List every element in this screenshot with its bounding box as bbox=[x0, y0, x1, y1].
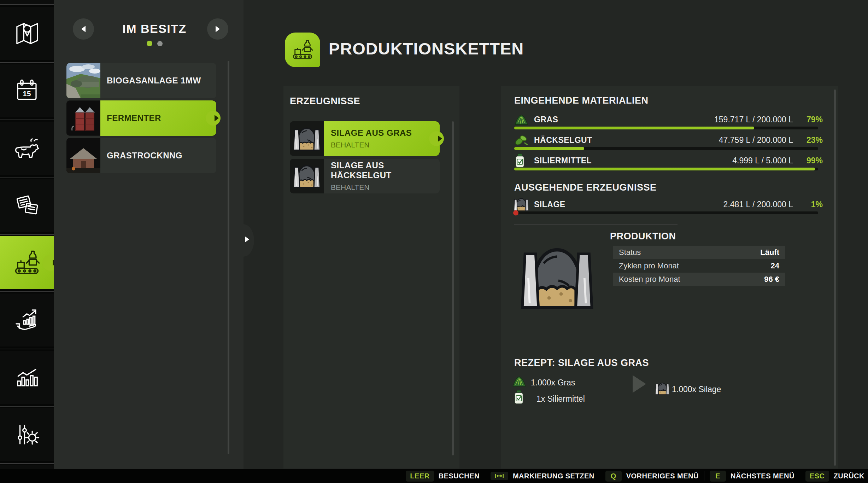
material-percent: 79% bbox=[793, 115, 823, 124]
owned-item-biogasanlage[interactable]: BIOGASANLAGE 1MW bbox=[66, 63, 216, 98]
products-scrollbar[interactable] bbox=[452, 121, 454, 455]
product-item-silage-aus-gras[interactable]: SILAGE AUS GRAS BEHALTEN bbox=[290, 121, 440, 156]
map-icon bbox=[13, 20, 41, 47]
sidebar-item-settings[interactable] bbox=[0, 408, 54, 461]
owned-item-label: BIOGASANLAGE 1MW bbox=[107, 76, 201, 86]
chevron-right-icon bbox=[216, 26, 220, 32]
recipe-output-text: 1.000x Silage bbox=[672, 385, 721, 394]
material-percent: 99% bbox=[793, 156, 823, 165]
hotkey-visit[interactable]: LEER BESUCHEN bbox=[406, 471, 480, 482]
barn-thumbnail bbox=[66, 138, 100, 173]
hotkey-bar: LEER BESUCHEN MARKIERUNG SETZEN Q VORHER… bbox=[0, 469, 868, 483]
details-scrollbar[interactable] bbox=[834, 89, 836, 466]
chaff-icon bbox=[514, 133, 534, 147]
product-item-label: SILAGE AUS HÄCKSELGUT bbox=[331, 161, 440, 180]
products-panel-title: ERZEUGNISSE bbox=[290, 96, 360, 107]
hotkey-next-menu[interactable]: E NÄCHSTES MENÜ bbox=[710, 471, 794, 482]
cow-icon bbox=[13, 134, 41, 162]
sidebar-item-map[interactable] bbox=[0, 7, 54, 60]
owned-list-scrollbar[interactable] bbox=[228, 61, 229, 454]
row-label: Status bbox=[619, 248, 641, 257]
page-title: PRODUKTIONSKETTEN bbox=[329, 39, 524, 58]
page-dot-active bbox=[147, 41, 152, 46]
recipe-input-text: 1x Siliermittel bbox=[536, 394, 585, 404]
progress-bar-siliermittel bbox=[514, 168, 818, 170]
product-item-mode: BEHALTEN bbox=[331, 141, 440, 149]
sidebar-item-animals[interactable] bbox=[0, 122, 54, 175]
material-percent: 23% bbox=[793, 135, 823, 145]
silage-bunker-icon bbox=[514, 198, 534, 211]
grass-icon bbox=[512, 375, 526, 387]
sidebar-item-partial-bottom[interactable] bbox=[0, 465, 54, 469]
finances-icon bbox=[13, 306, 41, 334]
production-chain-icon bbox=[291, 39, 314, 61]
divider bbox=[0, 463, 54, 464]
fermenter-thumbnail bbox=[66, 100, 100, 136]
key-badge-space: LEER bbox=[406, 471, 434, 482]
divider bbox=[600, 471, 600, 481]
prev-page-button[interactable] bbox=[73, 18, 94, 40]
hotkey-label: NÄCHSTES MENÜ bbox=[731, 472, 794, 480]
product-item-mode: BEHALTEN bbox=[331, 183, 440, 192]
sidebar: 15 bbox=[0, 0, 54, 469]
chevron-left-icon bbox=[81, 26, 86, 32]
key-badge-esc: ESC bbox=[805, 471, 829, 482]
divider bbox=[514, 225, 678, 225]
silage-bunker-thumbnail bbox=[290, 159, 324, 193]
page-icon-badge bbox=[285, 33, 320, 67]
material-amount: 47.759 L / 200.000 L bbox=[719, 135, 793, 145]
material-row-silage: SILAGE 2.481 L / 200.000 L 1% bbox=[514, 197, 823, 211]
divider bbox=[0, 291, 54, 292]
divider bbox=[0, 62, 54, 63]
table-row-costs: Kosten pro Monat 96 € bbox=[613, 273, 785, 286]
hotkey-set-marker[interactable]: MARKIERUNG SETZEN bbox=[491, 472, 594, 480]
silage-bunker-icon bbox=[656, 382, 669, 395]
hotkey-back[interactable]: ESC ZURÜCK bbox=[805, 471, 864, 482]
material-amount: 2.481 L / 200.000 L bbox=[723, 200, 793, 209]
sidebar-item-finances[interactable] bbox=[0, 293, 54, 347]
owned-item-label: FERMENTER bbox=[107, 113, 161, 123]
material-amount: 159.717 L / 200.000 L bbox=[714, 115, 793, 124]
recipe-section-title: REZEPT: SILAGE AUS GRAS bbox=[514, 357, 649, 368]
progress-fill bbox=[514, 168, 815, 170]
sidebar-item-statistics[interactable] bbox=[0, 351, 54, 404]
material-name: SILIERMITTEL bbox=[534, 156, 592, 165]
grass-icon bbox=[514, 112, 534, 127]
owned-item-fermenter[interactable]: FERMENTER bbox=[66, 100, 216, 136]
silage-additive-icon bbox=[514, 153, 534, 168]
divider bbox=[0, 349, 54, 349]
material-amount: 4.999 L / 5.000 L bbox=[732, 156, 793, 165]
material-name: SILAGE bbox=[534, 200, 565, 209]
owned-item-label: GRASTROCKNNG bbox=[107, 151, 182, 161]
production-section-title: PRODUKTION bbox=[610, 231, 676, 242]
divider bbox=[800, 471, 800, 481]
sidebar-item-production[interactable] bbox=[0, 236, 54, 289]
divider bbox=[0, 234, 54, 235]
tab-arrows-icon bbox=[495, 473, 504, 479]
hotkey-label: VORHERIGES MENÜ bbox=[626, 472, 699, 480]
material-name: GRAS bbox=[534, 115, 558, 124]
row-value: Läuft bbox=[760, 248, 779, 257]
material-percent: 1% bbox=[793, 200, 823, 209]
divider bbox=[0, 4, 54, 5]
table-row-status: Status Läuft bbox=[613, 246, 785, 259]
product-item-silage-aus-haeckselgut[interactable]: SILAGE AUS HÄCKSELGUT BEHALTEN bbox=[290, 159, 440, 193]
hotkey-previous-menu[interactable]: Q VORHERIGES MENÜ bbox=[605, 471, 699, 482]
divider bbox=[0, 406, 54, 407]
outputs-section-title: AUSGEHENDE ERZEUGNISSE bbox=[514, 182, 657, 193]
row-label: Zyklen pro Monat bbox=[619, 261, 679, 270]
products-panel: ERZEUGNISSE SILAGE AUS GRAS BEHALTEN SIL… bbox=[283, 86, 459, 469]
calendar-icon: 15 bbox=[13, 77, 41, 105]
divider bbox=[0, 120, 54, 120]
silage-bunker-thumbnail bbox=[290, 121, 324, 156]
hotkey-label: BESUCHEN bbox=[439, 472, 480, 480]
key-badge-q: Q bbox=[605, 471, 622, 482]
low-fill-marker bbox=[513, 210, 518, 216]
selected-item-arrow-icon bbox=[215, 115, 219, 121]
sidebar-item-calendar[interactable]: 15 bbox=[0, 64, 54, 117]
material-row-siliermittel: SILIERMITTEL 4.999 L / 5.000 L 99% bbox=[514, 153, 823, 168]
sidebar-item-contracts[interactable] bbox=[0, 179, 54, 232]
next-page-button[interactable] bbox=[207, 18, 228, 40]
owned-item-grastrocknng[interactable]: GRASTROCKNNG bbox=[66, 138, 216, 173]
production-chain-icon bbox=[13, 249, 41, 277]
